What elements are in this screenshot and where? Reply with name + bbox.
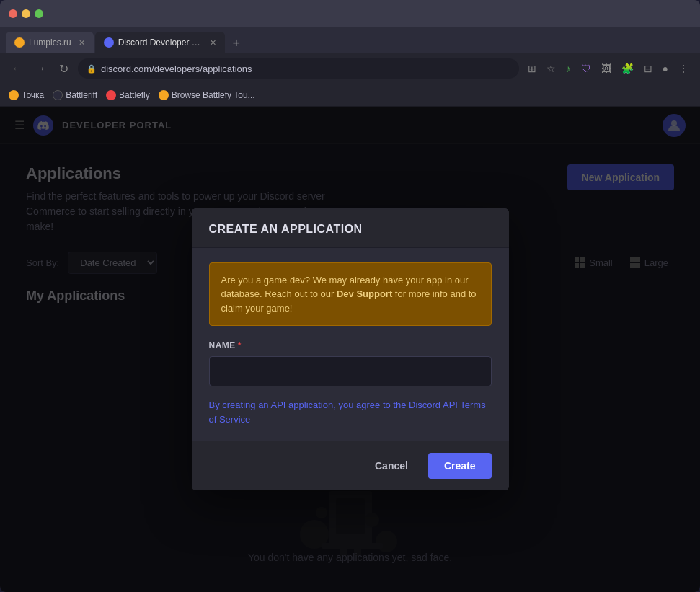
address-bar-row: ← → ↻ 🔒 discord.com/developers/applicati…	[0, 53, 700, 84]
name-label-text: NAME	[209, 340, 236, 350]
address-text: discord.com/developers/applications	[101, 63, 252, 74]
required-star: *	[238, 340, 242, 350]
modal-body: Are you a game dev? We may already have …	[192, 248, 509, 441]
picture-icon[interactable]: 🖼	[598, 61, 614, 76]
translate-icon[interactable]: ⊞	[525, 61, 539, 76]
warning-text-bold: Dev Support	[337, 288, 392, 299]
tab-favicon-discord	[104, 37, 114, 48]
modal-footer: Cancel Create	[192, 441, 509, 490]
tab-discord[interactable]: Discord Developer Portal — My / ✕	[95, 32, 225, 53]
terms-text[interactable]: By creating an API application, you agre…	[209, 398, 492, 426]
toolbar-icons: ⊞ ☆ ♪ 🛡 🖼 🧩 ⊟ ● ⋮	[525, 61, 691, 76]
warning-box: Are you a game dev? We may already have …	[209, 262, 492, 327]
tab-close-lumpics[interactable]: ✕	[79, 38, 85, 48]
star-icon[interactable]: ☆	[544, 61, 559, 76]
shield-icon[interactable]: 🛡	[578, 61, 594, 76]
create-application-modal: CREATE AN APPLICATION Are you a game dev…	[192, 208, 509, 491]
bookmark-label-battleriff: Battleriff	[66, 90, 97, 100]
avatar-browser[interactable]: ●	[660, 61, 671, 76]
address-box[interactable]: 🔒 discord.com/developers/applications	[78, 58, 519, 79]
tab-label-lumpics: Lumpics.ru	[29, 37, 71, 48]
bookmark-battleriff[interactable]: Battleriff	[53, 90, 97, 100]
bookmark-favicon-tochka	[9, 90, 19, 100]
bookmarks-bar: Точка Battleriff Battlefly Browse Battle…	[0, 84, 700, 107]
bookmark-label-battlefly: Battlefly	[119, 90, 150, 100]
modal-overlay[interactable]: CREATE AN APPLICATION Are you a game dev…	[0, 107, 700, 592]
create-button[interactable]: Create	[428, 453, 492, 479]
tab-lumpics[interactable]: Lumpics.ru ✕	[6, 32, 94, 53]
minimize-window-btn[interactable]	[22, 9, 30, 18]
tab-label-discord: Discord Developer Portal — My /	[118, 37, 203, 48]
bookmark-label-tochka: Точка	[22, 90, 44, 100]
title-bar	[0, 0, 700, 27]
application-name-input[interactable]	[209, 356, 492, 386]
bookmark-label-battlefy-tour: Browse Battlefy Tou...	[172, 90, 255, 100]
bookmark-battlefy-tour[interactable]: Browse Battlefy Tou...	[159, 90, 255, 100]
tab-favicon-lumpics	[14, 37, 25, 48]
page-content: ☰ DEVELOPER PORTAL Applications Find the…	[0, 107, 700, 592]
maximize-window-btn[interactable]	[35, 9, 43, 18]
more-options-icon[interactable]: ⋮	[675, 61, 691, 76]
modal-title: CREATE AN APPLICATION	[209, 223, 363, 235]
refresh-button[interactable]: ↻	[55, 62, 72, 76]
close-window-btn[interactable]	[9, 9, 17, 18]
extension-music-icon[interactable]: ♪	[563, 61, 574, 76]
modal-header: CREATE AN APPLICATION	[192, 208, 509, 248]
bookmark-favicon-battlefly	[106, 90, 116, 100]
browser-window: Lumpics.ru ✕ Discord Developer Portal — …	[0, 0, 700, 592]
puzzle-icon[interactable]: 🧩	[619, 61, 637, 76]
cancel-button[interactable]: Cancel	[363, 454, 420, 477]
bookmark-tochka[interactable]: Точка	[9, 90, 44, 100]
tab-close-discord[interactable]: ✕	[210, 38, 216, 48]
bookmark-battlefly[interactable]: Battlefly	[106, 90, 150, 100]
back-button[interactable]: ←	[9, 62, 26, 75]
forward-button[interactable]: →	[32, 62, 49, 75]
new-tab-button[interactable]: +	[226, 33, 247, 53]
lock-icon: 🔒	[87, 64, 97, 74]
window-controls	[9, 9, 43, 18]
name-field-label: NAME*	[209, 340, 492, 350]
media-icon[interactable]: ⊟	[641, 61, 655, 76]
bookmark-favicon-battleriff	[53, 90, 63, 100]
tab-bar: Lumpics.ru ✕ Discord Developer Portal — …	[0, 27, 700, 53]
bookmark-favicon-battlefy-tour	[159, 90, 169, 100]
